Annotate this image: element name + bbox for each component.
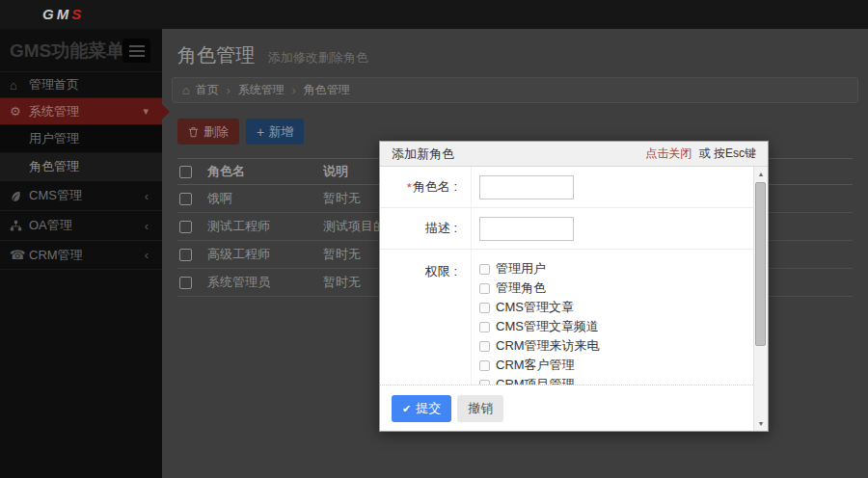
page-subtitle: 添加修改删除角色 bbox=[268, 50, 368, 65]
page-title: 角色管理 bbox=[177, 44, 255, 66]
top-navbar: GMS bbox=[0, 0, 868, 29]
sidebar-nav: ⌂ 管理首页 ⚙ 系统管理 ▾ 用户管理 角色管理 CMS管理 ‹ bbox=[0, 71, 162, 270]
role-name-input[interactable] bbox=[479, 175, 574, 199]
sidebar-item-cms[interactable]: CMS管理 ‹ bbox=[0, 180, 162, 210]
scroll-down-arrow-icon[interactable]: ▼ bbox=[754, 416, 768, 431]
required-mark: * bbox=[407, 180, 412, 195]
permission-option: CRM客户管理 bbox=[479, 356, 600, 375]
menu-toggle-button[interactable] bbox=[122, 39, 150, 63]
breadcrumb-separator: › bbox=[292, 84, 296, 97]
cell-role-name: 高级工程师 bbox=[207, 246, 323, 263]
sitemap-icon bbox=[10, 220, 29, 232]
cell-role-name: 饿啊 bbox=[207, 190, 323, 207]
form-row-role-name: * 角色名 : bbox=[380, 167, 768, 208]
permission-checkbox[interactable] bbox=[479, 341, 490, 352]
gms-logo: GMS bbox=[42, 6, 84, 22]
permission-label: CRM客户管理 bbox=[496, 357, 575, 374]
cancel-button[interactable]: 撤销 bbox=[457, 395, 503, 422]
sidebar-item-label: OA管理 bbox=[29, 217, 72, 234]
logo-s-text: S bbox=[71, 6, 84, 22]
permission-label: CRM管理来访来电 bbox=[496, 337, 600, 355]
home-icon: ⌂ bbox=[10, 78, 29, 93]
chevron-left-icon: ‹ bbox=[145, 219, 149, 233]
phone-icon: ☎ bbox=[10, 248, 29, 262]
permission-label: CMS管理文章 bbox=[496, 299, 574, 316]
modal-body: * 角色名 : 描述 : 权限 : 管理用户 管理角色 bbox=[380, 167, 768, 431]
permissions-list: 管理用户 管理角色 CMS管理文章 CMS管理文章频道 CRM管理来访来电 bbox=[472, 250, 600, 394]
add-button[interactable]: + 新增 bbox=[246, 119, 304, 145]
gear-icon: ⚙ bbox=[10, 104, 29, 119]
close-esc-hint: 或 按Esc键 bbox=[699, 146, 756, 160]
sidebar-item-label: 角色管理 bbox=[29, 158, 79, 175]
scrollbar-thumb[interactable] bbox=[755, 182, 766, 346]
breadcrumb: ⌂ 首页 › 系统管理 › 角色管理 bbox=[172, 77, 858, 103]
sidebar-title: GMS功能菜单 bbox=[10, 40, 124, 61]
permission-option: CRM管理来访来电 bbox=[479, 336, 600, 356]
description-label: 描述 : bbox=[380, 208, 472, 249]
trash-icon bbox=[188, 126, 199, 138]
permission-option: CMS管理文章频道 bbox=[479, 317, 600, 336]
description-input[interactable] bbox=[479, 217, 574, 241]
role-name-label: * 角色名 : bbox=[380, 167, 472, 207]
permission-label: 管理角色 bbox=[496, 279, 546, 297]
sidebar-item-label: CMS管理 bbox=[29, 187, 82, 204]
chevron-down-icon: ▾ bbox=[143, 105, 149, 118]
sidebar-item-home[interactable]: ⌂ 管理首页 bbox=[0, 71, 162, 97]
cell-role-name: 系统管理员 bbox=[207, 274, 323, 291]
add-role-modal: 添加新角色 点击关闭 或 按Esc键 * 角色名 : 描述 : 权限 : bbox=[379, 141, 769, 432]
breadcrumb-separator: › bbox=[227, 84, 231, 97]
permission-label: 管理用户 bbox=[496, 260, 546, 278]
chevron-left-icon: ‹ bbox=[145, 248, 149, 262]
submit-button[interactable]: ✔ 提交 bbox=[392, 395, 451, 422]
close-link[interactable]: 点击关闭 bbox=[645, 146, 692, 160]
sidebar-item-users[interactable]: 用户管理 bbox=[0, 124, 162, 152]
breadcrumb-current: 角色管理 bbox=[304, 82, 350, 98]
modal-close-area: 点击关闭 或 按Esc键 bbox=[645, 146, 756, 162]
breadcrumb-home[interactable]: 首页 bbox=[196, 82, 219, 98]
home-icon: ⌂ bbox=[182, 83, 190, 97]
permission-label: CMS管理文章频道 bbox=[496, 318, 599, 335]
sidebar-item-system[interactable]: ⚙ 系统管理 ▾ bbox=[0, 97, 162, 124]
permission-checkbox[interactable] bbox=[479, 303, 490, 313]
sidebar-item-crm[interactable]: ☎ CRM管理 ‹ bbox=[0, 240, 162, 270]
row-checkbox[interactable] bbox=[179, 221, 192, 233]
plus-icon: + bbox=[257, 124, 264, 140]
select-all-checkbox[interactable] bbox=[179, 166, 192, 178]
permission-option: CMS管理文章 bbox=[479, 298, 600, 317]
modal-header: 添加新角色 点击关闭 或 按Esc键 bbox=[380, 142, 768, 167]
page-header: 角色管理 添加修改删除角色 bbox=[162, 29, 868, 77]
sidebar-item-label: CRM管理 bbox=[29, 247, 83, 264]
row-checkbox[interactable] bbox=[179, 249, 192, 261]
form-row-description: 描述 : bbox=[380, 208, 768, 250]
logo-gm-text: GM bbox=[42, 6, 71, 22]
sidebar-item-oa[interactable]: OA管理 ‹ bbox=[0, 210, 162, 240]
sidebar-submenu-system: 用户管理 角色管理 bbox=[0, 124, 162, 180]
sidebar-item-roles[interactable]: 角色管理 bbox=[0, 152, 162, 180]
sidebar-item-label: 管理首页 bbox=[29, 76, 79, 93]
modal-title: 添加新角色 bbox=[392, 146, 454, 163]
column-header-name: 角色名 bbox=[207, 163, 323, 180]
permission-checkbox[interactable] bbox=[479, 322, 490, 332]
sidebar-item-label: 系统管理 bbox=[29, 103, 79, 120]
permission-option: 管理用户 bbox=[479, 259, 600, 279]
check-icon: ✔ bbox=[402, 403, 411, 415]
permission-checkbox[interactable] bbox=[479, 360, 490, 371]
chevron-left-icon: ‹ bbox=[145, 189, 149, 203]
cell-role-name: 测试工程师 bbox=[207, 218, 323, 235]
permission-checkbox[interactable] bbox=[479, 283, 490, 294]
active-menu-arrow bbox=[162, 104, 170, 120]
sidebar-item-label: 用户管理 bbox=[29, 130, 79, 147]
scroll-up-arrow-icon[interactable]: ▲ bbox=[754, 167, 768, 181]
leaf-icon bbox=[10, 190, 29, 202]
modal-scrollbar[interactable]: ▲ ▼ bbox=[753, 167, 768, 431]
permission-option: 管理角色 bbox=[479, 279, 600, 298]
modal-footer: ✔ 提交 撤销 bbox=[380, 385, 753, 431]
row-checkbox[interactable] bbox=[179, 193, 192, 205]
sidebar: GMS功能菜单 ⌂ 管理首页 ⚙ 系统管理 ▾ 用户管理 角色管理 CMS管理 bbox=[0, 29, 162, 478]
permission-checkbox[interactable] bbox=[479, 264, 490, 275]
row-checkbox[interactable] bbox=[179, 277, 192, 289]
breadcrumb-system[interactable]: 系统管理 bbox=[238, 82, 285, 98]
sidebar-header: GMS功能菜单 bbox=[0, 29, 162, 71]
delete-button[interactable]: 删除 bbox=[177, 119, 239, 145]
